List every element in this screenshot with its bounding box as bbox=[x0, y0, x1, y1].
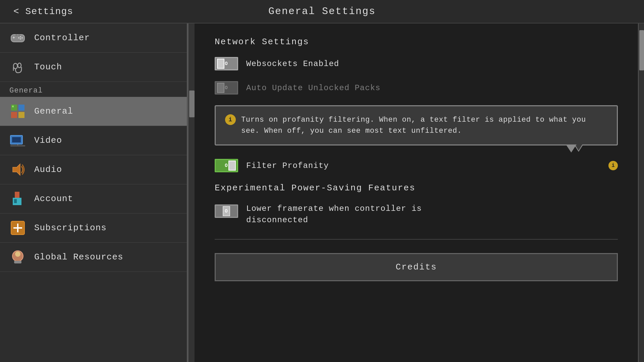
auto-update-toggle[interactable]: O bbox=[215, 81, 238, 95]
tooltip-content: i Turns on profanity filtering. When on,… bbox=[225, 114, 607, 136]
credits-button-label: Credits bbox=[395, 262, 437, 272]
svg-rect-8 bbox=[18, 35, 20, 36]
section-divider bbox=[215, 239, 618, 240]
svg-point-3 bbox=[20, 36, 21, 38]
right-scrollbar-thumb bbox=[639, 30, 644, 70]
tooltip-info-icon: i bbox=[225, 114, 236, 125]
experimental-section-title: Experimental Power-Saving Features bbox=[215, 183, 618, 193]
sidebar-item-audio[interactable]: Audio bbox=[0, 155, 187, 184]
sidebar-item-controller-label: Controller bbox=[34, 33, 90, 43]
sidebar-item-video-label: Video bbox=[34, 135, 62, 145]
websockets-row: O Websockets Enabled bbox=[215, 57, 618, 70]
svg-rect-2 bbox=[13, 37, 14, 39]
lower-framerate-row: O Lower framerate when controller isdisc… bbox=[215, 203, 618, 226]
filter-profanity-row: O Filter Profanity i bbox=[215, 159, 618, 172]
svg-rect-16 bbox=[18, 112, 24, 118]
sidebar-item-general-label: General bbox=[34, 106, 73, 116]
sidebar-item-general[interactable]: General bbox=[0, 97, 187, 126]
sidebar-item-touch[interactable]: Touch bbox=[0, 53, 187, 82]
header: < Settings General Settings bbox=[0, 0, 644, 23]
sidebar-item-subscriptions[interactable]: Subscriptions bbox=[0, 214, 187, 243]
websockets-label: Websockets Enabled bbox=[246, 59, 618, 68]
sidebar-scrollbar[interactable] bbox=[188, 23, 195, 362]
sidebar-item-global-resources-label: Global Resources bbox=[34, 252, 123, 262]
sidebar-item-video[interactable]: Video bbox=[0, 126, 187, 155]
lower-framerate-toggle[interactable]: O bbox=[215, 204, 238, 218]
svg-point-10 bbox=[18, 63, 21, 68]
svg-point-4 bbox=[21, 37, 23, 39]
controller-icon bbox=[9, 29, 26, 46]
scrollbar-thumb bbox=[189, 90, 195, 117]
subscriptions-icon bbox=[9, 220, 26, 236]
auto-update-row: O Auto Update Unlocked Packs bbox=[215, 81, 618, 95]
sidebar-item-controller[interactable]: Controller bbox=[0, 23, 187, 53]
sidebar-item-global-resources[interactable]: Global Resources bbox=[0, 243, 187, 272]
svg-rect-24 bbox=[14, 199, 17, 203]
sidebar-item-account[interactable]: Account bbox=[0, 184, 187, 214]
svg-rect-13 bbox=[12, 106, 14, 107]
filter-profanity-label: Filter Profanity bbox=[246, 161, 600, 170]
tooltip-arrow-inner bbox=[575, 144, 582, 150]
page-title: General Settings bbox=[268, 6, 376, 17]
svg-point-5 bbox=[20, 38, 21, 40]
toggle-knob bbox=[217, 59, 224, 69]
main-content: Controller Touch General bbox=[0, 23, 644, 362]
lower-framerate-label: Lower framerate when controller isdiscon… bbox=[246, 203, 618, 226]
toggle-text-profanity: O bbox=[225, 163, 228, 168]
tooltip-box: i Turns on profanity filtering. When on,… bbox=[215, 105, 618, 145]
svg-rect-30 bbox=[14, 261, 21, 263]
sidebar-item-audio-label: Audio bbox=[34, 165, 62, 175]
svg-rect-12 bbox=[11, 105, 17, 111]
svg-rect-18 bbox=[12, 137, 21, 142]
toggle-text-framerate: O bbox=[225, 208, 228, 214]
svg-rect-7 bbox=[15, 35, 17, 36]
toggle-knob-2 bbox=[217, 83, 224, 93]
right-panel: Network Settings O Websockets Enabled O … bbox=[195, 23, 638, 362]
sidebar: Controller Touch General bbox=[0, 23, 188, 362]
right-panel-scrollbar[interactable] bbox=[638, 23, 644, 362]
svg-point-6 bbox=[18, 37, 19, 39]
svg-marker-21 bbox=[13, 164, 20, 175]
filter-profanity-toggle[interactable]: O bbox=[215, 159, 238, 172]
network-section-title: Network Settings bbox=[215, 37, 618, 47]
svg-rect-15 bbox=[11, 112, 17, 118]
auto-update-label: Auto Update Unlocked Packs bbox=[246, 83, 618, 93]
svg-rect-22 bbox=[15, 192, 19, 198]
svg-rect-14 bbox=[18, 105, 24, 111]
toggle-text: O bbox=[225, 61, 228, 66]
touch-icon bbox=[9, 59, 26, 75]
svg-rect-19 bbox=[10, 145, 25, 146]
video-icon bbox=[9, 132, 26, 149]
toggle-knob-profanity bbox=[228, 161, 236, 171]
svg-rect-23 bbox=[13, 198, 21, 205]
tooltip-text: Turns on profanity filtering. When on, a… bbox=[241, 114, 607, 136]
sidebar-section-general: General bbox=[0, 82, 187, 97]
audio-icon bbox=[9, 161, 26, 178]
sidebar-item-subscriptions-label: Subscriptions bbox=[34, 223, 107, 233]
account-icon bbox=[9, 190, 26, 207]
credits-button[interactable]: Credits bbox=[215, 253, 618, 281]
filter-profanity-info-icon[interactable]: i bbox=[608, 161, 618, 170]
general-icon bbox=[9, 103, 26, 120]
back-button[interactable]: < Settings bbox=[13, 6, 73, 17]
sidebar-item-touch-label: Touch bbox=[34, 62, 62, 72]
sidebar-item-account-label: Account bbox=[34, 194, 73, 204]
svg-point-9 bbox=[13, 63, 17, 69]
svg-point-29 bbox=[15, 251, 20, 257]
global-resources-icon bbox=[9, 249, 26, 265]
toggle-text-2: O bbox=[225, 85, 228, 90]
websockets-toggle[interactable]: O bbox=[215, 57, 238, 70]
